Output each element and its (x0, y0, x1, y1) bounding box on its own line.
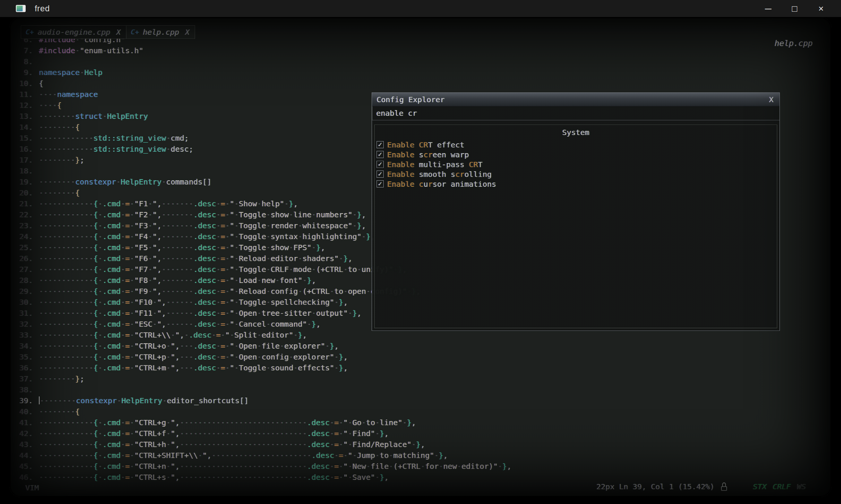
code-token: } (298, 330, 302, 340)
code-token: to (348, 265, 357, 274)
code-token: output" (316, 309, 348, 318)
code-token: , (175, 440, 180, 449)
code-token: = (221, 309, 225, 318)
whitespace-dots: · (266, 287, 271, 296)
window-title: fred (35, 4, 50, 14)
whitespace-dots: · (166, 134, 171, 143)
code-token: to (366, 418, 375, 427)
minimize-button[interactable]: ─ (755, 0, 781, 17)
whitespace-dots: · (330, 440, 334, 449)
whitespace-dots: ···························· (180, 462, 307, 471)
whitespace-dots: · (234, 298, 239, 307)
close-button[interactable]: × (808, 0, 834, 17)
code-token: { (94, 363, 98, 372)
code-token: , (175, 352, 180, 361)
code-token: " (157, 309, 161, 318)
whitespace-dots: · (234, 363, 239, 372)
checkbox[interactable]: ✓ (377, 151, 384, 158)
line-number: 8. (15, 56, 33, 67)
tab-help.cpp[interactable]: C+help.cppX (126, 25, 195, 39)
code-token: , (157, 243, 161, 252)
config-item[interactable]: ✓Enable multi-pass CRT (375, 160, 777, 169)
whitespace-dots: · (234, 352, 239, 361)
whitespace-dots: ······· (161, 254, 193, 263)
config-item[interactable]: ✓Enable screen warp (375, 150, 777, 159)
maximize-button[interactable]: □ (781, 0, 808, 17)
code-token: } (307, 276, 312, 285)
editor-screen[interactable]: 6.#include·"config.h"7.#include·"enum-ut… (9, 17, 832, 497)
code-token: .desc (193, 232, 216, 241)
code-token: .cmd (103, 462, 121, 471)
checkbox[interactable]: ✓ (377, 171, 384, 178)
tab-label: help.cpp (143, 28, 179, 37)
whitespace-dots: · (98, 462, 103, 471)
code-token: Help (84, 68, 102, 77)
whitespace-dots: · (98, 341, 103, 350)
whitespace-dots: · (298, 287, 302, 296)
code-token: , (312, 276, 316, 285)
code-token: Reload (239, 254, 266, 263)
whitespace-dots: · (498, 462, 502, 471)
config-search-input[interactable]: enable cr (372, 106, 780, 120)
tab-close-icon[interactable]: X (116, 28, 120, 36)
code-token: for (425, 462, 439, 471)
code-line: 45.············{·.cmd·=·"CTRL+n·",······… (15, 461, 511, 472)
code-token: " (171, 429, 175, 438)
code-token: " (348, 451, 352, 460)
whitespace-dots: · (98, 232, 103, 241)
line-number: 30. (15, 297, 33, 308)
checkmark-icon: ✓ (378, 152, 383, 158)
whitespace-dots: · (121, 320, 125, 329)
tab-audio-engine.cpp[interactable]: C+audio-engine.cppX (21, 25, 126, 39)
whitespace-dots: · (266, 363, 271, 372)
code-token: " (171, 352, 175, 361)
code-token: namespace (57, 90, 98, 99)
code-token: " (230, 232, 234, 241)
whitespace-dots: · (457, 462, 461, 471)
code-token: { (94, 221, 98, 230)
code-token: .cmd (103, 276, 121, 285)
code-token: = (125, 429, 130, 438)
whitespace-dots: · (98, 429, 103, 438)
code-token: " (152, 254, 157, 263)
config-item[interactable]: ✓Enable CRT effect (375, 140, 777, 149)
code-token: { (75, 123, 80, 132)
whitespace-dots: · (334, 352, 339, 361)
code-token: Toggle (239, 210, 266, 219)
config-item[interactable]: ✓Enable cursor animations (375, 179, 777, 189)
whitespace-dots: · (334, 298, 339, 307)
whitespace-dots: · (225, 243, 230, 252)
popup-close-button[interactable]: X (769, 95, 773, 104)
checkbox[interactable]: ✓ (377, 180, 384, 187)
code-token: .desc (307, 418, 330, 427)
code-token: Toggle (239, 243, 266, 252)
whitespace-dots: · (98, 221, 103, 230)
config-item[interactable]: ✓Enable smooth scrolling (375, 169, 777, 179)
whitespace-dots: · (130, 330, 134, 340)
code-token: editor (271, 254, 298, 263)
tab-close-icon[interactable]: X (185, 28, 189, 36)
checkbox[interactable]: ✓ (377, 161, 384, 168)
label-part: Enable (387, 170, 414, 179)
code-token: " (152, 265, 157, 274)
code-token: = (125, 298, 130, 307)
whitespace-dots: ···························· (180, 473, 307, 482)
label-part: T (478, 160, 483, 169)
whitespace-dots: · (234, 221, 239, 230)
whitespace-dots: · (434, 451, 439, 460)
code-line: 42.············{·.cmd·=·"CTRL+f·",······… (15, 428, 511, 439)
code-token: file (371, 462, 389, 471)
whitespace-dots: · (98, 287, 103, 296)
whitespace-dots: · (117, 396, 121, 405)
code-token: = (125, 276, 130, 285)
code-line: 34.············{·.cmd·=·"CTRL+o·",···.de… (15, 341, 511, 352)
whitespace-dots: · (284, 199, 289, 208)
whitespace-dots: · (230, 330, 234, 340)
code-token: .cmd (103, 473, 121, 482)
code-token: "F10 (134, 298, 152, 307)
whitespace-dots: · (348, 309, 352, 318)
checkbox[interactable]: ✓ (377, 141, 384, 148)
code-token: } (339, 363, 343, 372)
whitespace-dots: · (130, 320, 134, 329)
line-number: 46. (15, 472, 33, 483)
